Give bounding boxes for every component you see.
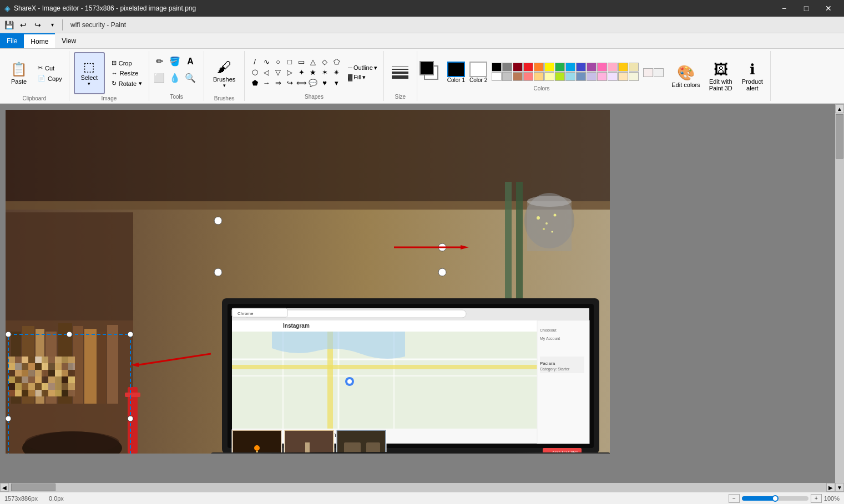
- size-6px[interactable]: [392, 75, 408, 79]
- canvas-area[interactable]: Chrome Instagram: [0, 104, 844, 492]
- scroll-up-arrow[interactable]: ▲: [835, 104, 844, 113]
- paste-button[interactable]: 📋 Paste: [4, 52, 33, 94]
- shape-star6[interactable]: ✶: [319, 68, 330, 78]
- shape-star5[interactable]: ★: [307, 68, 319, 78]
- tab-home[interactable]: Home: [24, 33, 55, 48]
- swatch-moccasin[interactable]: [618, 72, 628, 81]
- color1-swatch[interactable]: [420, 61, 434, 75]
- color1-large-swatch[interactable]: [447, 62, 465, 77]
- swatch-purple[interactable]: [587, 63, 597, 72]
- swatch-cyan[interactable]: [565, 63, 575, 72]
- shape-star4[interactable]: ✦: [296, 68, 307, 78]
- swatch-lime[interactable]: [555, 72, 565, 81]
- save-button[interactable]: 💾: [2, 18, 16, 32]
- swatch-lightpink[interactable]: [597, 72, 607, 81]
- shape-arrow4[interactable]: ⟺: [296, 78, 307, 88]
- swatch-gray[interactable]: [502, 63, 512, 72]
- size-2px[interactable]: [392, 69, 408, 70]
- undo-button[interactable]: ↩: [17, 18, 30, 32]
- vertical-scrollbar[interactable]: ▲ ▼: [835, 104, 844, 492]
- swatch-red[interactable]: [523, 63, 533, 72]
- redo-button[interactable]: ↪: [31, 18, 44, 32]
- resize-button[interactable]: ↔ Resize: [109, 69, 144, 78]
- brushes-button[interactable]: 🖌 Brushes ▾: [209, 52, 240, 94]
- shape-line[interactable]: /: [249, 57, 260, 67]
- size-1px[interactable]: [392, 67, 408, 67]
- swatch-lavender[interactable]: [587, 72, 597, 81]
- shape-rect[interactable]: □: [284, 57, 295, 67]
- zoom-handle[interactable]: [772, 495, 779, 502]
- shapes-more[interactable]: ▾: [331, 78, 342, 88]
- shape-arrow3[interactable]: ↪: [284, 78, 295, 88]
- shape-round[interactable]: ⬟: [249, 78, 260, 88]
- fill-button[interactable]: 🪣: [169, 57, 180, 67]
- swatch-blue[interactable]: [576, 63, 586, 72]
- select-button[interactable]: ⬚ Select ▾: [74, 52, 105, 94]
- fill-dropdown[interactable]: ▓ Fill ▾: [346, 73, 379, 82]
- scroll-left-arrow[interactable]: ◀: [0, 483, 9, 492]
- swatch-e1[interactable]: [643, 68, 653, 77]
- swatch-steelblue[interactable]: [576, 72, 586, 81]
- shape-utri[interactable]: ▽: [272, 68, 284, 78]
- shape-dtri[interactable]: ▷: [284, 68, 295, 78]
- swatch-gold[interactable]: [618, 63, 628, 72]
- swatch-lightyellow[interactable]: [544, 72, 554, 81]
- swatch-brown[interactable]: [513, 72, 523, 81]
- shape-rtri[interactable]: ◁: [261, 68, 272, 78]
- eraser-button[interactable]: ⬜: [154, 73, 165, 83]
- cut-button[interactable]: ✂ Cut: [36, 63, 64, 73]
- swatch-green[interactable]: [555, 63, 565, 72]
- horizontal-scrollbar[interactable]: ◀ ▶: [0, 483, 835, 492]
- swatch-cream[interactable]: [629, 63, 639, 72]
- shape-arrow2[interactable]: ⇒: [272, 78, 284, 88]
- rotate-button[interactable]: ↻ Rotate ▾: [109, 79, 144, 88]
- scroll-down-arrow[interactable]: ▼: [835, 483, 844, 492]
- swatch-lightgray[interactable]: [502, 72, 512, 81]
- canvas-scroll-area[interactable]: Chrome Instagram: [6, 110, 830, 480]
- scroll-right-arrow[interactable]: ▶: [826, 483, 835, 492]
- pencil-button[interactable]: ✏: [154, 57, 165, 67]
- edit-colors-button[interactable]: 🎨 Edit colors: [667, 55, 704, 97]
- scroll-thumb[interactable]: [836, 114, 843, 159]
- shape-diamond[interactable]: ◇: [319, 57, 330, 67]
- close-button[interactable]: ✕: [817, 0, 840, 17]
- edit-paint3d-button[interactable]: 🖼 Edit with Paint 3D: [705, 55, 737, 97]
- shape-arrow1[interactable]: →: [261, 78, 272, 88]
- swatch-lightorange[interactable]: [534, 72, 544, 81]
- zoom-out-button[interactable]: −: [729, 494, 740, 503]
- zoom-slider[interactable]: [742, 496, 808, 501]
- text-button[interactable]: A: [185, 57, 196, 67]
- swatch-pink[interactable]: [608, 63, 618, 72]
- maximize-button[interactable]: □: [795, 0, 817, 17]
- scroll-h-thumb[interactable]: [11, 483, 55, 491]
- shape-heart[interactable]: ♥: [319, 78, 330, 88]
- swatch-hotpink[interactable]: [597, 63, 607, 72]
- size-4px[interactable]: [392, 72, 408, 74]
- shape-hex[interactable]: ⬡: [249, 68, 260, 78]
- swatch-white[interactable]: [492, 72, 502, 81]
- shape-rounded-rect[interactable]: ▭: [296, 57, 307, 67]
- crop-button[interactable]: ⊞ Crop: [109, 58, 144, 68]
- swatch-e2[interactable]: [654, 68, 664, 77]
- swatch-lightcyan[interactable]: [565, 72, 575, 81]
- swatch-yellow[interactable]: [544, 63, 554, 72]
- swatch-palePurple[interactable]: [608, 72, 618, 81]
- tab-file[interactable]: File: [0, 33, 24, 48]
- zoom-button[interactable]: 🔍: [185, 73, 196, 83]
- outline-dropdown[interactable]: ─ Outline ▾: [346, 64, 379, 72]
- shape-triangle[interactable]: △: [307, 57, 319, 67]
- swatch-darkred[interactable]: [513, 63, 523, 72]
- swatch-beige[interactable]: [629, 72, 639, 81]
- zoom-in-button[interactable]: +: [811, 494, 822, 503]
- swatch-black[interactable]: [492, 63, 502, 72]
- color2-large-swatch[interactable]: [469, 62, 487, 77]
- shape-callout[interactable]: 💬: [307, 78, 319, 88]
- shape-pentagon[interactable]: ⬠: [331, 57, 342, 67]
- copy-button[interactable]: 📄 Copy: [36, 74, 64, 83]
- swatch-lightred[interactable]: [523, 72, 533, 81]
- tab-view[interactable]: View: [55, 33, 83, 48]
- minimize-button[interactable]: −: [773, 0, 795, 17]
- color-picker-button[interactable]: 💧: [169, 73, 180, 83]
- shape-star[interactable]: ✴: [331, 68, 342, 78]
- qa-dropdown-button[interactable]: ▾: [46, 18, 59, 32]
